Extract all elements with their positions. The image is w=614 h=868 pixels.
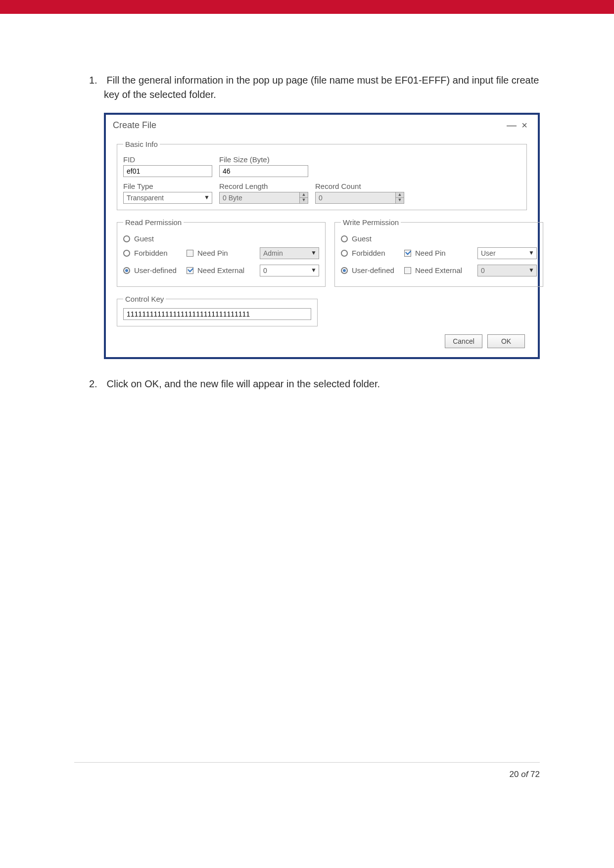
dialog-titlebar: Create File — ×: [106, 115, 538, 134]
control-key-input[interactable]: [123, 308, 311, 320]
write-permission-group: Write Permission Guest Forbidden Need Pi…: [334, 218, 543, 287]
page-of: of: [519, 770, 530, 779]
read-needexternal-check[interactable]: [187, 267, 193, 274]
step-2-text: Click on OK, and the new file will appea…: [107, 378, 380, 389]
write-forbidden-radio[interactable]: [341, 250, 348, 257]
write-userdefined-radio[interactable]: [341, 267, 348, 274]
control-key-legend: Control Key: [123, 295, 166, 303]
record-count-input: 0: [315, 192, 396, 204]
record-length-down-icon[interactable]: ▼: [299, 198, 308, 204]
record-length-label: Record Length: [219, 182, 308, 190]
file-type-value: Transparent: [127, 194, 164, 202]
read-needexternal-label: Need External: [197, 266, 244, 274]
read-needpin-check[interactable]: [187, 250, 193, 257]
write-needexternal-label: Need External: [415, 266, 462, 274]
create-file-dialog: Create File — × Basic Info FID File Size…: [104, 113, 540, 359]
record-count-value: 0: [319, 194, 323, 202]
read-guest-label: Guest: [134, 234, 154, 243]
read-userdefined-label: User-defined: [134, 266, 177, 274]
page-number: 20 of 72: [0, 770, 614, 779]
step-1: 1. Fill the general information in the p…: [104, 73, 540, 102]
page-total: 72: [530, 770, 540, 779]
write-guest-label: Guest: [352, 234, 372, 243]
step-2-num: 2.: [89, 377, 104, 391]
read-external-value: 0: [263, 267, 267, 274]
read-pin-select[interactable]: Admin ▼: [260, 247, 319, 259]
read-forbidden-radio[interactable]: [123, 250, 130, 257]
file-size-label: File Size (Byte): [219, 155, 308, 164]
read-userdefined-radio[interactable]: [123, 267, 130, 274]
record-count-label: Record Count: [315, 182, 404, 190]
file-size-input[interactable]: [219, 165, 308, 177]
read-forbidden-label: Forbidden: [134, 249, 168, 257]
step-1-text: Fill the general information in the pop …: [104, 75, 539, 100]
read-external-select[interactable]: 0 ▼: [260, 265, 319, 276]
close-icon[interactable]: ×: [518, 120, 531, 131]
chevron-down-icon: ▼: [311, 267, 317, 274]
write-external-value: 0: [481, 267, 485, 274]
read-pin-value: Admin: [263, 249, 283, 257]
ok-button[interactable]: OK: [487, 334, 525, 348]
chevron-down-icon: ▼: [204, 194, 210, 201]
write-needpin-label: Need Pin: [415, 249, 446, 257]
write-pin-select[interactable]: User ▼: [477, 247, 537, 259]
page-current: 20: [510, 770, 519, 779]
footer-divider: [74, 762, 540, 763]
basic-info-legend: Basic Info: [123, 140, 160, 148]
read-guest-radio[interactable]: [123, 235, 130, 242]
dialog-body: Basic Info FID File Size (Byte) File Typ…: [106, 134, 538, 357]
write-permission-legend: Write Permission: [341, 218, 401, 227]
read-permission-group: Read Permission Guest Forbidden Need Pin: [117, 218, 326, 287]
read-permission-legend: Read Permission: [123, 218, 184, 227]
fid-label: FID: [123, 155, 212, 164]
record-length-input: 0 Byte: [219, 192, 300, 204]
cancel-button[interactable]: Cancel: [445, 334, 482, 348]
record-count-down-icon[interactable]: ▼: [395, 198, 404, 204]
read-needpin-label: Need Pin: [197, 249, 228, 257]
chevron-down-icon: ▼: [528, 249, 534, 256]
write-external-select[interactable]: 0 ▼: [477, 265, 537, 276]
file-type-select[interactable]: Transparent ▼: [123, 192, 212, 204]
write-needexternal-check[interactable]: [404, 267, 411, 274]
chevron-down-icon: ▼: [311, 249, 317, 256]
chevron-down-icon: ▼: [528, 267, 534, 274]
page-content: 1. Fill the general information in the p…: [0, 14, 614, 391]
step-1-num: 1.: [89, 73, 104, 88]
file-type-label: File Type: [123, 182, 212, 190]
fid-input[interactable]: [123, 165, 212, 177]
write-pin-value: User: [481, 249, 496, 257]
page-footer: [0, 737, 614, 762]
write-userdefined-label: User-defined: [352, 266, 394, 274]
write-forbidden-label: Forbidden: [352, 249, 385, 257]
control-key-group: Control Key: [117, 295, 318, 326]
dialog-title-text: Create File: [113, 120, 156, 131]
write-guest-radio[interactable]: [341, 235, 348, 242]
minimize-icon[interactable]: —: [505, 120, 518, 131]
record-length-value: 0 Byte: [223, 194, 242, 202]
basic-info-group: Basic Info FID File Size (Byte) File Typ…: [117, 140, 527, 210]
header-bar: [0, 0, 614, 14]
step-2: 2. Click on OK, and the new file will ap…: [104, 377, 540, 391]
write-needpin-check[interactable]: [404, 250, 411, 257]
